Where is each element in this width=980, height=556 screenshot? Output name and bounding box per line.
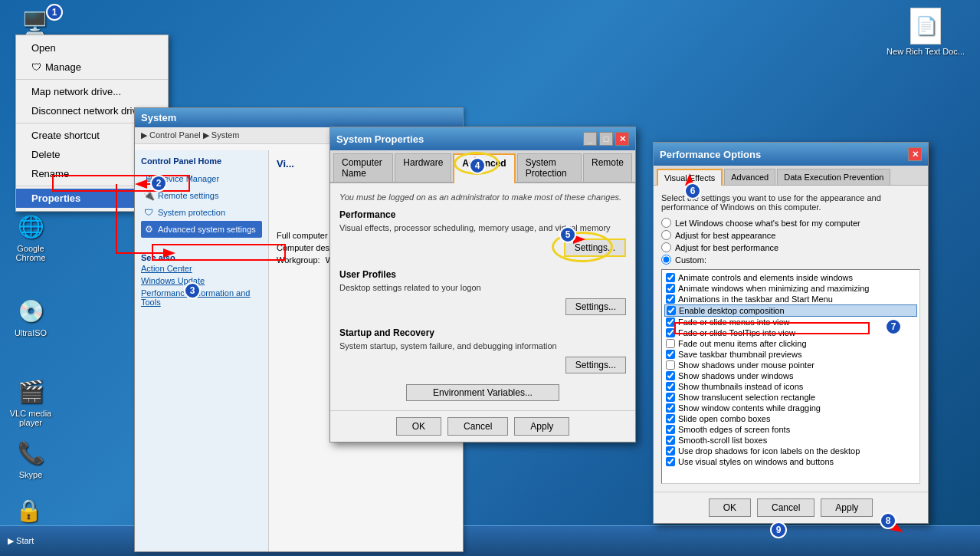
radio-custom-input[interactable] <box>661 255 671 265</box>
context-menu-manage[interactable]: 🛡 Manage <box>16 58 168 77</box>
cb-smooth-scroll-input[interactable] <box>666 436 675 445</box>
cb-shadows-mouse-input[interactable] <box>666 360 675 370</box>
cb-drop-shadows-icon[interactable]: Use drop shadows for icon labels on the … <box>664 446 917 456</box>
perf-title: Performance Options <box>660 149 761 160</box>
cb-slide-combo-input[interactable] <box>666 414 675 423</box>
cb-translucent[interactable]: Show translucent selection rectangle <box>664 392 917 403</box>
tab-system-protection[interactable]: System Protection <box>517 153 582 182</box>
user-profiles-settings-button[interactable]: Settings... <box>565 298 626 315</box>
radio-custom-label: Custom: <box>675 255 706 265</box>
cb-animate-windows-label: Animate windows when minimizing and maxi… <box>678 284 869 293</box>
cb-shadows-mouse[interactable]: Show shadows under mouse pointer <box>664 360 917 370</box>
cb-smooth-edges[interactable]: Smooth edges of screen fonts <box>664 424 917 435</box>
sidebar-item-system-protection[interactable]: 🛡 System protection <box>141 204 262 221</box>
cb-fade-out-menus[interactable]: Fade out menu items after clicking <box>664 338 917 349</box>
startup-recovery-settings-row: Settings... <box>339 355 626 373</box>
cb-save-taskbar-thumbnails-input[interactable] <box>666 350 675 359</box>
performance-section-title: Performance <box>339 209 626 220</box>
cb-animations-taskbar-input[interactable] <box>666 294 675 304</box>
radio-custom[interactable]: Custom: <box>661 255 920 265</box>
radio-best-appearance[interactable]: Adjust for best appearance <box>661 230 920 240</box>
cb-enable-desktop-composition-label: Enable desktop composition <box>679 306 785 315</box>
step-9-circle: 9 <box>770 521 787 538</box>
cb-slide-combo[interactable]: Slide open combo boxes <box>664 413 917 424</box>
cb-visual-styles[interactable]: Use visual styles on windows and buttons <box>664 456 917 467</box>
perf-info-link[interactable]: Performance Information and Tools <box>141 287 262 308</box>
system-protection-icon: 🛡 <box>143 206 155 219</box>
system-props-apply-button[interactable]: Apply <box>514 417 569 436</box>
cb-fade-slide-tooltips[interactable]: Fade or slide ToolTips into view <box>664 327 917 338</box>
windows-update-link[interactable]: Windows Update <box>141 275 262 287</box>
radio-auto[interactable]: Let Windows choose what's best for my co… <box>661 218 920 228</box>
cb-thumbnails-input[interactable] <box>666 382 675 391</box>
cb-visual-styles-input[interactable] <box>666 457 675 466</box>
cb-fade-slide-menus-input[interactable] <box>666 317 675 327</box>
cb-drop-shadows-icon-input[interactable] <box>666 446 675 456</box>
startup-recovery-settings-button[interactable]: Settings... <box>565 357 626 373</box>
tab-advanced[interactable]: Advanced <box>724 169 775 185</box>
tab-computer-name[interactable]: Computer Name <box>333 153 393 182</box>
cb-fade-slide-menus[interactable]: Fade or slide menus into view <box>664 317 917 327</box>
cb-smooth-edges-label: Smooth edges of screen fonts <box>678 425 790 434</box>
minimize-button[interactable]: _ <box>583 132 597 146</box>
cb-enable-desktop-composition-input[interactable] <box>667 306 676 315</box>
desktop-icon-skype[interactable]: 📞 Skype <box>4 437 57 479</box>
radio-auto-input[interactable] <box>661 218 671 228</box>
cb-animate-windows[interactable]: Animate windows when minimizing and maxi… <box>664 283 917 294</box>
cb-animate-controls-input[interactable] <box>666 273 675 282</box>
cp-titlebar: System <box>135 108 463 127</box>
cp-sidebar: Control Panel Home 🖥 Device Manager 🔌 Re… <box>135 150 269 551</box>
cb-smooth-edges-input[interactable] <box>666 425 675 434</box>
close-button[interactable]: ✕ <box>615 132 629 146</box>
cb-translucent-input[interactable] <box>666 393 675 402</box>
cb-animate-windows-input[interactable] <box>666 284 675 293</box>
cb-animations-taskbar[interactable]: Animations in the taskbar and Start Menu <box>664 294 917 304</box>
action-center-link[interactable]: Action Center <box>141 262 262 275</box>
tab-dep[interactable]: Data Execution Prevention <box>777 169 890 185</box>
cb-fade-slide-tooltips-label: Fade or slide ToolTips into view <box>678 328 795 337</box>
system-props-cancel-button[interactable]: Cancel <box>447 417 508 436</box>
cb-show-contents[interactable]: Show window contents while dragging <box>664 403 917 413</box>
cb-fade-out-menus-label: Fade out menu items after clicking <box>678 339 807 348</box>
manage-icon: 🛡 <box>31 61 41 73</box>
start-button[interactable]: ▶ Start <box>0 536 41 546</box>
cb-enable-desktop-composition[interactable]: Enable desktop composition <box>664 304 917 317</box>
remote-settings-icon: 🔌 <box>143 189 155 202</box>
radio-best-appearance-input[interactable] <box>661 230 671 240</box>
tab-remote[interactable]: Remote <box>583 153 632 182</box>
desktop-icon-vlc[interactable]: 🎬 VLC media player <box>4 376 57 427</box>
sidebar-item-advanced-settings[interactable]: ⚙ Advanced system settings <box>141 221 262 238</box>
cb-smooth-scroll[interactable]: Smooth-scroll list boxes <box>664 435 917 446</box>
context-menu-sep1 <box>16 79 168 80</box>
perf-close-button[interactable]: ✕ <box>908 147 922 161</box>
cb-save-taskbar-thumbnails[interactable]: Save taskbar thumbnail previews <box>664 349 917 360</box>
cb-shadows-mouse-label: Show shadows under mouse pointer <box>678 360 814 370</box>
tab-hardware[interactable]: Hardware <box>395 153 451 182</box>
cb-shadows-windows[interactable]: Show shadows under windows <box>664 370 917 381</box>
cb-save-taskbar-thumbnails-label: Save taskbar thumbnail previews <box>678 350 801 359</box>
cb-fade-slide-tooltips-input[interactable] <box>666 328 675 337</box>
desktop-icon-chrome[interactable]: 🌐 Google Chrome <box>4 211 57 262</box>
perf-ok-button[interactable]: OK <box>709 498 751 517</box>
cb-thumbnails[interactable]: Show thumbnails instead of icons <box>664 381 917 392</box>
maximize-button[interactable]: □ <box>599 132 613 146</box>
context-menu-open[interactable]: Open <box>16 38 168 58</box>
radio-best-performance[interactable]: Adjust for best performance <box>661 242 920 252</box>
cp-breadcrumb: ▶ Control Panel ▶ System <box>141 130 240 140</box>
cb-shadows-windows-input[interactable] <box>666 371 675 380</box>
cb-show-contents-input[interactable] <box>666 403 675 413</box>
cb-fade-out-menus-input[interactable] <box>666 339 675 348</box>
cb-animate-controls[interactable]: Animate controls and elements inside win… <box>664 272 917 283</box>
context-menu-mapnetwork[interactable]: Map network drive... <box>16 82 168 101</box>
desktop-icon-ultraiso[interactable]: 💿 UltraISO <box>4 295 57 337</box>
env-variables-button[interactable]: Environment Variables... <box>406 384 559 401</box>
perf-apply-button[interactable]: Apply <box>821 498 873 517</box>
perf-cancel-button[interactable]: Cancel <box>757 498 814 517</box>
desktop-icon-richtext[interactable]: 📄 New Rich Text Doc... <box>887 8 965 56</box>
radio-best-performance-input[interactable] <box>661 242 671 252</box>
system-props-titlebar: System Properties _ □ ✕ <box>330 127 635 150</box>
system-props-ok-button[interactable]: OK <box>396 417 441 436</box>
perf-radio-group: Let Windows choose what's best for my co… <box>661 218 920 265</box>
performance-section-desc: Visual effects, processor scheduling, me… <box>339 223 626 232</box>
richtext-icon: 📄 <box>910 8 941 44</box>
